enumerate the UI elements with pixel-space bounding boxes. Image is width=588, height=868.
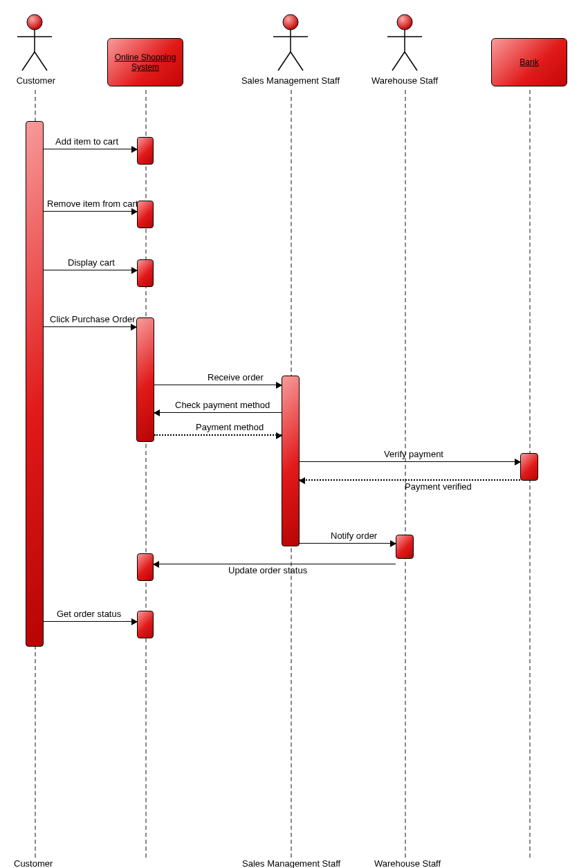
message-verify-payment: [300, 461, 520, 462]
message-remove-item: [44, 211, 137, 212]
activation-warehouse-1: [396, 535, 414, 559]
svg-line-8: [278, 52, 291, 71]
activation-customer-1: [26, 121, 44, 647]
message-payment-method: [154, 434, 282, 436]
participant-label: Sales Management Staff: [241, 75, 340, 86]
footer-sales: Sales Management Staff: [242, 858, 340, 868]
activation-sales-1: [282, 376, 300, 546]
svg-point-5: [283, 15, 298, 30]
actor-icon: [384, 14, 425, 73]
svg-point-10: [397, 15, 412, 30]
message-label: Click Purchase Order: [50, 314, 136, 324]
activation-system-3: [137, 259, 154, 287]
message-label: Payment verified: [405, 481, 472, 492]
participant-bank: Bank: [491, 38, 567, 86]
activation-system-6: [137, 611, 154, 638]
message-label: Notify order: [331, 530, 377, 541]
message-get-status: [44, 621, 137, 622]
message-notify-order: [300, 543, 396, 544]
participant-customer: Customer: [14, 14, 55, 86]
message-label: Verify payment: [384, 449, 443, 459]
participant-sales: Sales Management Staff: [270, 14, 311, 86]
message-label: Add item to cart: [55, 136, 118, 147]
message-display-cart: [44, 270, 137, 270]
svg-line-4: [35, 52, 47, 71]
footer-warehouse: Warehouse Staff: [374, 858, 441, 868]
footer-customer: Customer: [14, 858, 53, 868]
svg-point-0: [27, 15, 42, 30]
message-update-status: [154, 564, 396, 564]
message-label: Display cart: [68, 257, 115, 268]
message-add-item: [44, 149, 137, 149]
participant-warehouse: Warehouse Staff: [384, 14, 425, 86]
activation-system-5: [137, 553, 154, 581]
activation-system-1: [137, 137, 154, 165]
message-label: Receive order: [208, 372, 264, 382]
message-click-purchase: [44, 326, 136, 327]
participant-label: Online Shopping System: [111, 53, 180, 72]
participant-system: Online Shopping System: [107, 38, 183, 86]
svg-line-14: [405, 52, 417, 71]
message-receive-order: [154, 385, 282, 385]
sequence-diagram: Customer Online Shopping System Sales Ma…: [0, 0, 588, 868]
message-label: Update order status: [228, 565, 307, 575]
svg-line-9: [291, 52, 303, 71]
participant-label: Customer: [17, 75, 55, 86]
message-check-payment: [154, 412, 282, 413]
svg-line-13: [392, 52, 405, 71]
activation-system-2: [137, 201, 154, 228]
message-label: Check payment method: [175, 400, 270, 410]
actor-icon: [14, 14, 55, 73]
activation-bank-1: [520, 453, 538, 481]
message-label: Payment method: [196, 422, 264, 432]
message-label: Remove item from cart: [47, 198, 138, 209]
message-label: Get order status: [57, 609, 121, 619]
lifeline-warehouse: [405, 90, 406, 858]
activation-system-4: [136, 317, 154, 442]
participant-label: Warehouse Staff: [371, 75, 438, 86]
message-payment-verified: [300, 479, 520, 481]
svg-line-3: [22, 52, 35, 71]
participant-label: Bank: [520, 57, 538, 67]
actor-icon: [270, 14, 311, 73]
